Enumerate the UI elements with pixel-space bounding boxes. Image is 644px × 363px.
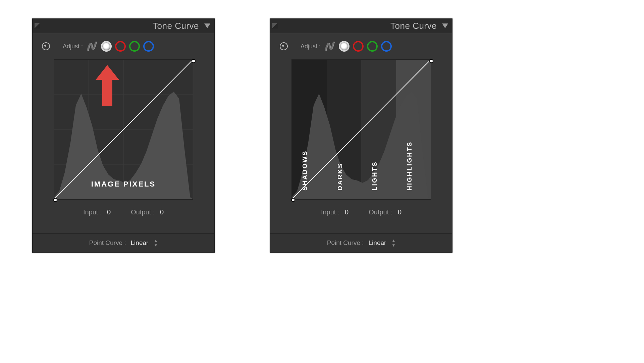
input-readout: Input : 0 <box>83 208 111 216</box>
dropdown-indicator-icon[interactable]: ▲▼ <box>154 238 158 248</box>
io-readout: Input : 0 Output : 0 <box>270 208 452 216</box>
channel-green-button[interactable] <box>129 41 140 52</box>
tone-curve-panel-right: Tone Curve Adjust : <box>270 18 452 253</box>
channel-green-button[interactable] <box>367 41 378 52</box>
panel-grip-icon[interactable] <box>35 23 40 29</box>
panel-header: Tone Curve <box>33 19 214 33</box>
output-value: 0 <box>398 208 401 216</box>
svg-marker-0 <box>204 23 210 28</box>
channel-parametric-icon[interactable] <box>87 41 98 52</box>
zone-label-shadows: SHADOWS <box>301 150 309 191</box>
input-label: Input : <box>321 208 340 216</box>
output-label: Output : <box>131 208 155 216</box>
channel-red-button[interactable] <box>353 41 364 52</box>
targeted-adjustment-tool-icon[interactable] <box>42 42 50 50</box>
curve-point-white[interactable] <box>429 59 433 63</box>
zone-label-lights: LIGHTS <box>371 161 378 191</box>
curve-editor[interactable]: IMAGE PIXELS <box>54 59 193 200</box>
point-curve-label: Point Curve : <box>89 239 126 247</box>
panel-title: Tone Curve <box>153 21 199 31</box>
channel-rgb-button[interactable] <box>101 41 112 52</box>
input-label: Input : <box>83 208 102 216</box>
output-readout: Output : 0 <box>131 208 164 216</box>
tone-curve-panel-left: Tone Curve Adjust : <box>32 18 215 253</box>
annotation-image-pixels: IMAGE PIXELS <box>91 180 156 189</box>
curve-point-white[interactable] <box>192 59 196 63</box>
channel-selector <box>87 41 154 52</box>
adjust-label: Adjust : <box>301 43 321 50</box>
svg-line-7 <box>55 61 192 198</box>
panel-collapse-toggle[interactable] <box>204 23 211 29</box>
zone-label-highlights: HIGHLIGHTS <box>406 141 413 191</box>
adjust-label: Adjust : <box>63 43 83 50</box>
channel-selector <box>325 41 392 52</box>
panel-header: Tone Curve <box>270 19 452 33</box>
panel-collapse-toggle[interactable] <box>441 23 449 29</box>
curve-point-black[interactable] <box>53 198 57 202</box>
curve-point-black[interactable] <box>291 198 295 202</box>
channel-blue-button[interactable] <box>381 41 392 52</box>
panel-title: Tone Curve <box>390 21 437 31</box>
panel-grip-icon[interactable] <box>272 23 278 29</box>
curve-line[interactable] <box>54 60 193 199</box>
targeted-adjustment-tool-icon[interactable] <box>280 42 288 50</box>
dropdown-indicator-icon[interactable]: ▲▼ <box>391 238 395 248</box>
svg-marker-9 <box>442 23 448 28</box>
output-readout: Output : 0 <box>369 208 401 216</box>
output-label: Output : <box>369 208 392 216</box>
channel-red-button[interactable] <box>115 41 126 52</box>
io-readout: Input : 0 Output : 0 <box>33 208 214 216</box>
panel-footer: Point Curve : Linear ▲▼ <box>33 233 214 252</box>
adjust-row: Adjust : <box>33 33 214 57</box>
channel-rgb-button[interactable] <box>339 41 350 52</box>
curve-editor[interactable]: SHADOWS DARKS LIGHTS HIGHLIGHTS <box>291 59 431 200</box>
point-curve-label: Point Curve : <box>327 239 364 247</box>
zone-label-darks: DARKS <box>336 163 344 191</box>
input-readout: Input : 0 <box>321 208 348 216</box>
channel-blue-button[interactable] <box>143 41 154 52</box>
input-value: 0 <box>345 208 348 216</box>
input-value: 0 <box>107 208 111 216</box>
panel-footer: Point Curve : Linear ▲▼ <box>270 233 452 252</box>
output-value: 0 <box>160 208 164 216</box>
adjust-row: Adjust : <box>270 33 452 57</box>
point-curve-select[interactable]: Linear <box>369 239 386 247</box>
point-curve-select[interactable]: Linear <box>131 239 149 247</box>
channel-parametric-icon[interactable] <box>325 41 335 52</box>
